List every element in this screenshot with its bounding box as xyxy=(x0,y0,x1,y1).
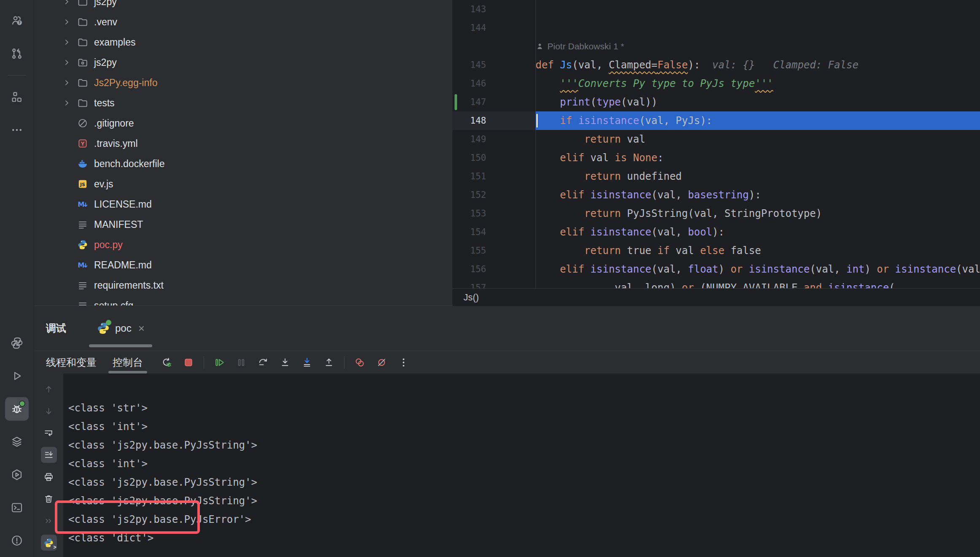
gutter-line-number[interactable] xyxy=(452,37,536,56)
code-text[interactable] xyxy=(536,0,980,19)
gutter-line-number[interactable]: 146 xyxy=(452,74,536,93)
gutter-line-number[interactable]: 148 xyxy=(452,111,536,130)
token xyxy=(536,133,584,145)
scroll-to-end-button[interactable] xyxy=(41,447,57,463)
gutter-line-number[interactable]: 152 xyxy=(452,186,536,204)
code-text[interactable]: return true if val else false xyxy=(536,241,980,260)
tree-item-setup.cfg[interactable]: setup.cfg xyxy=(34,295,452,306)
step-into-button[interactable] xyxy=(280,357,291,368)
code-text[interactable]: val, long) or (NUMPY_AVAILABLE and isins… xyxy=(536,278,980,288)
toolbar-separator xyxy=(344,356,345,369)
tree-item-requirements.txt[interactable]: requirements.txt xyxy=(34,275,452,295)
activity-bar-run[interactable] xyxy=(5,364,29,388)
tree-item-.travis.yml[interactable]: Y.travis.yml xyxy=(34,133,452,154)
code-text[interactable]: print(type(val)) xyxy=(536,93,980,111)
debug-console-output[interactable]: <class 'str'><class 'int'><class 'js2py.… xyxy=(63,373,980,557)
gutter-line-number[interactable]: 145 xyxy=(452,56,536,74)
more-options-button[interactable] xyxy=(398,357,409,368)
activity-bar-debug[interactable] xyxy=(5,397,29,421)
gutter-line-number[interactable]: 151 xyxy=(452,167,536,186)
activity-bar-structure[interactable] xyxy=(5,85,29,109)
tree-item-examples[interactable]: examples xyxy=(34,32,452,52)
chevron-right-icon[interactable] xyxy=(60,58,73,67)
chevron-right-icon[interactable] xyxy=(60,0,73,6)
token: Js xyxy=(560,59,572,71)
inline-blame[interactable]: Piotr Dabkowski 1 * xyxy=(536,37,980,56)
gutter-line-number[interactable]: 150 xyxy=(452,149,536,167)
chevron-right-icon[interactable] xyxy=(60,78,73,87)
activity-bar-code-with-me[interactable]: ? xyxy=(5,9,29,32)
code-text[interactable]: elif isinstance(val, bool): xyxy=(536,223,980,241)
token: int xyxy=(846,263,864,275)
clear-all-button[interactable] xyxy=(41,491,57,507)
print-button[interactable] xyxy=(41,469,57,485)
activity-bar-terminal[interactable] xyxy=(5,496,29,519)
activity-bar-top: ? xyxy=(0,0,34,146)
tree-item-README.md[interactable]: MREADME.md xyxy=(34,255,452,275)
show-python-prompt-button[interactable]: > xyxy=(41,535,57,551)
gutter-line-number[interactable]: 143 xyxy=(452,0,536,19)
file-type-icon: M xyxy=(76,259,89,271)
close-icon[interactable]: × xyxy=(138,323,145,334)
activity-bar-python-packages[interactable] xyxy=(5,463,29,487)
tree-item-js2py[interactable]: js2py xyxy=(34,0,452,12)
code-text[interactable]: return PyJsString(val, StringPrototype) xyxy=(536,204,980,223)
gutter-line-number[interactable]: 155 xyxy=(452,241,536,260)
activity-bar-problems[interactable] xyxy=(5,529,29,552)
resume-program-button[interactable] xyxy=(214,357,225,368)
tree-item-poc.py[interactable]: poc.py xyxy=(34,235,452,255)
chevron-right-icon[interactable] xyxy=(60,17,73,27)
tree-item-tests[interactable]: tests xyxy=(34,93,452,113)
chevron-right-icon[interactable] xyxy=(60,98,73,108)
code-editor[interactable]: 143144Piotr Dabkowski 1 *145def Js(val, … xyxy=(452,0,980,288)
rerun-debug-button[interactable] xyxy=(161,357,172,368)
token: val xyxy=(627,133,645,145)
activity-bar-services[interactable] xyxy=(5,430,29,454)
stop-button[interactable] xyxy=(183,357,194,368)
tree-item-ev.js[interactable]: JSev.js xyxy=(34,174,452,194)
tree-item-.venv[interactable]: .venv xyxy=(34,12,452,32)
activity-bar-python-console[interactable] xyxy=(5,331,29,355)
mute-breakpoints-button[interactable] xyxy=(376,357,387,368)
code-text[interactable]: def Js(val, Clamped=False): val: {} Clam… xyxy=(536,56,980,74)
soft-wrap-button[interactable] xyxy=(41,425,57,441)
code-text[interactable]: elif val is None: xyxy=(536,149,980,167)
token: or xyxy=(682,282,700,288)
code-text[interactable]: if isinstance(val, PyJs): xyxy=(536,111,980,130)
gutter-line-number[interactable]: 153 xyxy=(452,204,536,223)
gutter-line-number[interactable]: 144 xyxy=(452,19,536,37)
step-over-button[interactable] xyxy=(258,357,269,368)
console-line: <class 'js2py.base.PyJsString'> xyxy=(68,436,980,454)
selected-tab-indicator xyxy=(89,344,152,347)
tree-item-MANIFEST[interactable]: MANIFEST xyxy=(34,214,452,235)
tab-threads-variables[interactable]: 线程和变量 xyxy=(42,351,101,373)
console-lines: <class 'str'><class 'int'><class 'js2py.… xyxy=(68,399,980,547)
gutter-line-number[interactable]: 154 xyxy=(452,223,536,241)
force-step-into-button[interactable] xyxy=(302,357,312,368)
tree-item-js2py[interactable]: js2py xyxy=(34,52,452,73)
debug-session-tab-poc[interactable]: poc × xyxy=(91,306,151,351)
activity-bar-pull-requests[interactable] xyxy=(5,42,29,65)
code-text[interactable]: return val xyxy=(536,130,980,149)
gutter-line-number[interactable]: 157 xyxy=(452,278,536,288)
chevron-right-icon[interactable] xyxy=(60,38,73,47)
code-text[interactable]: elif isinstance(val, basestring): xyxy=(536,186,980,204)
code-text[interactable] xyxy=(536,19,980,37)
tree-item-.gitignore[interactable]: .gitignore xyxy=(34,113,452,133)
breadcrumb-item[interactable]: Js() xyxy=(463,292,479,303)
tree-item-Js2Py.egg-info[interactable]: Js2Py.egg-info xyxy=(34,73,452,93)
gutter-line-number[interactable]: 147 xyxy=(452,93,536,111)
code-text[interactable]: return undefined xyxy=(536,167,980,186)
token: isinstance xyxy=(590,189,652,201)
gutter-line-number[interactable]: 149 xyxy=(452,130,536,149)
code-text[interactable]: elif isinstance(val, float) or isinstanc… xyxy=(536,260,980,278)
tree-item-bench.dockerfile[interactable]: bench.dockerfile xyxy=(34,154,452,174)
tab-console[interactable]: 控制台 xyxy=(108,351,147,373)
gutter-line-number[interactable]: 156 xyxy=(452,260,536,278)
code-text[interactable]: '''Converts Py type to PyJs type''' xyxy=(536,74,980,93)
tree-item-LICENSE.md[interactable]: MLICENSE.md xyxy=(34,194,452,214)
token: None xyxy=(633,152,657,164)
activity-bar-more-tool-windows[interactable] xyxy=(5,118,29,142)
view-breakpoints-button[interactable] xyxy=(354,357,365,368)
step-out-button[interactable] xyxy=(323,357,334,368)
